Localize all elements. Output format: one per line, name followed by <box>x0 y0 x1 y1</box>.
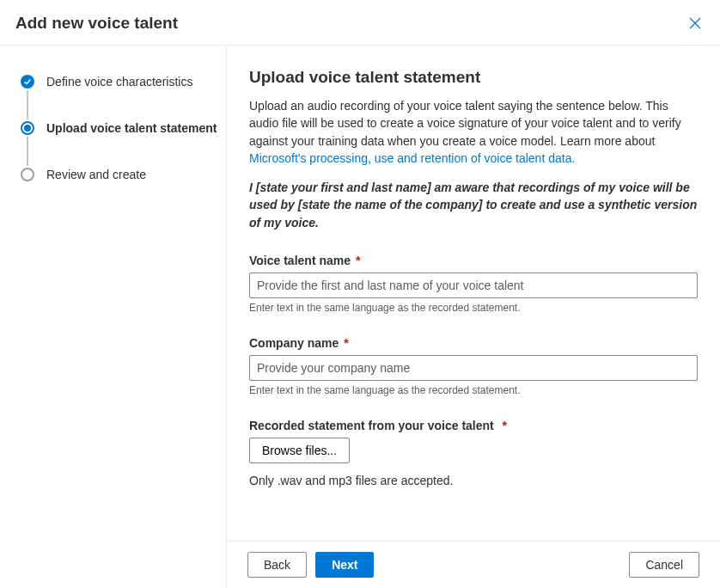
voice-talent-name-label: Voice talent name * <box>249 254 698 267</box>
file-type-info: Only .wav and mp3 files are accepted. <box>249 474 698 487</box>
cancel-button[interactable]: Cancel <box>629 552 699 578</box>
company-name-helper: Enter text in the same language as the r… <box>249 384 698 396</box>
statement-text: I [state your first and last name] am aw… <box>249 179 698 231</box>
current-step-icon <box>21 121 34 135</box>
company-name-input[interactable] <box>249 355 698 381</box>
field-label-text: Recorded statement from your voice talen… <box>249 419 494 432</box>
step-label: Upload voice talent statement <box>46 121 217 135</box>
step-review-create[interactable]: Review and create <box>21 168 212 181</box>
dialog-title: Add new voice talent <box>15 14 178 33</box>
recorded-statement-field: Recorded statement from your voice talen… <box>249 419 698 487</box>
dialog-footer: Back Next Cancel <box>227 541 720 588</box>
field-label-text: Company name <box>249 336 339 350</box>
required-mark: * <box>356 254 360 267</box>
step-define-characteristics[interactable]: Define voice characteristics <box>21 75 212 121</box>
voice-talent-name-input[interactable] <box>249 273 698 298</box>
description-text: Upload an audio recording of your voice … <box>249 99 681 148</box>
company-name-field: Company name * Enter text in the same la… <box>249 336 698 396</box>
upcoming-step-icon <box>21 168 34 181</box>
browse-files-button[interactable]: Browse files... <box>249 438 350 463</box>
company-name-label: Company name * <box>249 336 698 350</box>
step-upload-statement[interactable]: Upload voice talent statement <box>21 121 212 168</box>
close-button[interactable] <box>686 14 705 33</box>
close-icon <box>689 17 701 29</box>
field-label-text: Voice talent name <box>249 254 351 267</box>
add-voice-talent-dialog: Add new voice talent Define voice charac… <box>0 0 720 588</box>
voice-talent-name-field: Voice talent name * Enter text in the sa… <box>249 254 698 314</box>
next-button[interactable]: Next <box>315 552 374 578</box>
recorded-statement-label: Recorded statement from your voice talen… <box>249 419 698 432</box>
step-label: Define voice characteristics <box>46 75 192 89</box>
step-connector <box>27 90 28 119</box>
learn-more-link[interactable]: Microsoft's processing, use and retentio… <box>249 151 575 165</box>
page-description: Upload an audio recording of your voice … <box>249 97 698 167</box>
back-button[interactable]: Back <box>247 552 307 578</box>
main-content: Upload voice talent statement Upload an … <box>227 46 720 541</box>
step-connector <box>27 137 28 166</box>
wizard-stepper: Define voice characteristics Upload voic… <box>0 46 227 588</box>
main-panel: Upload voice talent statement Upload an … <box>227 46 720 588</box>
dialog-body: Define voice characteristics Upload voic… <box>0 46 720 588</box>
page-heading: Upload voice talent statement <box>249 68 698 87</box>
required-mark: * <box>499 419 507 432</box>
step-label: Review and create <box>46 168 146 181</box>
checkmark-icon <box>21 75 34 89</box>
required-mark: * <box>344 336 348 350</box>
dialog-header: Add new voice talent <box>0 0 720 46</box>
voice-talent-name-helper: Enter text in the same language as the r… <box>249 302 698 314</box>
